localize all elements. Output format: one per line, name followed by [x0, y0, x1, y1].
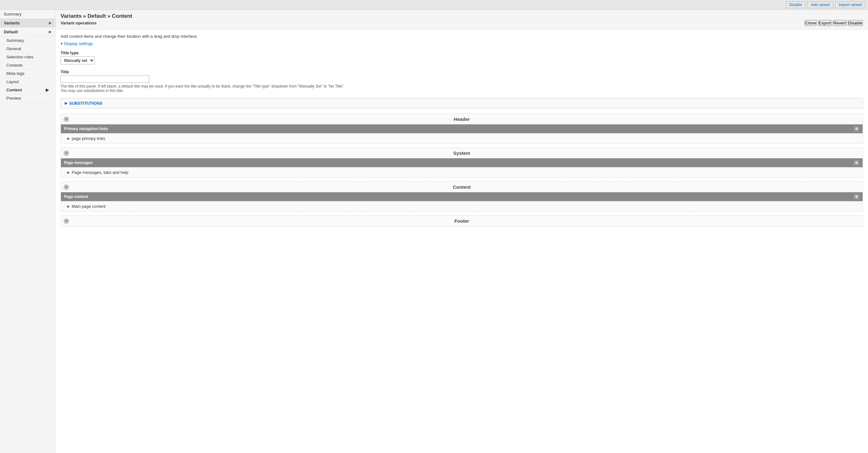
sidebar-default-label: Default	[4, 30, 18, 34]
substitutions-tri: ▶	[65, 101, 67, 105]
block-primary-nav-item: ▶ page primary links	[61, 133, 863, 143]
substitutions-box: ▶ SUBSTITUTIONS	[61, 98, 863, 109]
main-content: Variants » Default » Content Variant ope…	[56, 10, 868, 453]
sidebar-item-selection-rules[interactable]: Selection rules	[0, 53, 55, 61]
sidebar-content-label: Content	[6, 88, 22, 92]
page-header: Variants » Default » Content Variant ope…	[56, 10, 868, 30]
title-type-select[interactable]: Manually set No Title Page title	[61, 57, 95, 64]
block-page-messages-item-label: Page messages, tabs and help	[72, 170, 128, 175]
region-system-gear[interactable]: ⚙	[63, 150, 69, 156]
display-settings-label: Display settings	[64, 41, 93, 46]
sidebar-general-label: General	[6, 46, 21, 51]
sidebar-summary-top-label: Summary	[4, 12, 22, 17]
block-item-tri-0: ▶	[67, 137, 70, 141]
description-text: Add content items and change their locat…	[61, 34, 863, 39]
sidebar-layout-label: Layout	[6, 79, 19, 84]
block-page-content-item: ▶ Main page content	[61, 201, 863, 211]
sidebar: Summary Variants ▶ Default ▶ Summary Gen…	[0, 10, 56, 453]
block-item-tri-2: ▶	[67, 204, 70, 208]
sidebar-item-layout[interactable]: Layout	[0, 78, 55, 86]
sidebar-item-variants[interactable]: Variants ▶	[0, 19, 55, 28]
block-primary-nav-gear[interactable]: ⚙	[854, 126, 860, 132]
clone-button[interactable]: Clone	[805, 20, 817, 26]
revert-button[interactable]: Revert	[833, 20, 846, 26]
block-page-content-header: Page content ⚙	[61, 192, 863, 201]
sidebar-contexts-label: Contexts	[6, 63, 23, 67]
add-variant-button[interactable]: Add variant	[807, 1, 833, 8]
region-footer-bar: ⚙ Footer	[61, 216, 863, 226]
sidebar-item-content[interactable]: Content ▶	[0, 86, 55, 94]
block-page-messages-label: Page messages	[64, 160, 93, 165]
disable-button-top[interactable]: Disable	[786, 1, 806, 8]
block-page-messages-header: Page messages ⚙	[61, 158, 863, 167]
region-content-gear[interactable]: ⚙	[63, 184, 69, 190]
sidebar-variants-arrow: ▶	[49, 21, 52, 25]
sidebar-content-arrow: ▶	[46, 88, 49, 92]
region-system-title: System	[453, 150, 470, 156]
page-breadcrumb: Variants » Default » Content	[61, 13, 863, 19]
ops-buttons-group: Clone Export Revert Disable	[805, 20, 863, 26]
block-page-messages-gear[interactable]: ⚙	[854, 160, 860, 165]
ops-label: Variant operations	[61, 21, 96, 25]
region-content: ⚙ Content Page content ⚙ ▶ Main page con…	[61, 181, 863, 212]
ops-bar: Variant operations Clone Export Revert D…	[61, 20, 863, 26]
region-header: ⚙ Header Primary navigation links ⚙ ▶ pa…	[61, 114, 863, 144]
export-button[interactable]: Export	[818, 20, 832, 26]
region-header-title: Header	[454, 116, 470, 122]
title-description: The title of this panel. If left blank, …	[61, 84, 346, 93]
title-type-label: Title type	[61, 51, 863, 55]
import-variant-button[interactable]: Import variant	[835, 1, 865, 8]
sidebar-item-meta-tags[interactable]: Meta tags	[0, 69, 55, 78]
region-header-gear[interactable]: ⚙	[63, 116, 69, 122]
sidebar-summary-label: Summary	[6, 38, 24, 43]
region-content-title: Content	[453, 184, 471, 190]
substitutions-header[interactable]: ▶ SUBSTITUTIONS	[61, 98, 863, 108]
region-footer-title: Footer	[454, 218, 469, 224]
title-field: Title The title of this panel. If left b…	[61, 69, 863, 93]
block-primary-nav-label: Primary navigation links	[64, 127, 108, 131]
main-body: Add content items and change their locat…	[56, 30, 868, 235]
sidebar-variants-label: Variants	[4, 21, 20, 25]
region-system: ⚙ System Page messages ⚙ ▶ Page messages…	[61, 148, 863, 178]
block-page-content-gear[interactable]: ⚙	[854, 194, 860, 200]
sidebar-meta-tags-label: Meta tags	[6, 71, 24, 76]
title-input[interactable]	[61, 76, 149, 83]
top-bar: Disable Add variant Import variant	[0, 0, 868, 10]
region-content-bar: ⚙ Content	[61, 182, 863, 192]
sidebar-preview-label: Preview	[6, 96, 21, 100]
region-system-bar: ⚙ System	[61, 148, 863, 158]
display-settings-link[interactable]: ▾ Display settings	[61, 41, 863, 46]
block-page-content-label: Page content	[64, 194, 88, 199]
sidebar-selection-rules-label: Selection rules	[6, 55, 33, 59]
region-footer-gear[interactable]: ⚙	[63, 218, 69, 224]
region-footer: ⚙ Footer	[61, 215, 863, 227]
title-label: Title	[61, 69, 863, 74]
substitutions-label: SUBSTITUTIONS	[69, 101, 102, 105]
sidebar-item-preview[interactable]: Preview	[0, 94, 55, 102]
block-item-tri-1: ▶	[67, 170, 70, 175]
block-primary-nav-item-label: page primary links	[72, 136, 105, 141]
sidebar-default-arrow: ▶	[49, 30, 52, 34]
title-type-field: Title type Manually set No Title Page ti…	[61, 51, 863, 64]
sidebar-item-general[interactable]: General	[0, 45, 55, 53]
disable-button-ops[interactable]: Disable	[848, 20, 863, 26]
region-header-bar: ⚙ Header	[61, 114, 863, 124]
block-page-content-item-label: Main page content	[72, 204, 106, 209]
sidebar-item-default[interactable]: Default ▶	[0, 28, 55, 36]
block-page-messages-item: ▶ Page messages, tabs and help	[61, 167, 863, 177]
sidebar-item-summary[interactable]: Summary	[0, 36, 55, 45]
block-primary-nav-header: Primary navigation links ⚙	[61, 124, 863, 133]
display-settings-tri: ▾	[61, 41, 63, 46]
sidebar-item-contexts[interactable]: Contexts	[0, 61, 55, 69]
sidebar-item-summary-top[interactable]: Summary	[0, 10, 55, 19]
